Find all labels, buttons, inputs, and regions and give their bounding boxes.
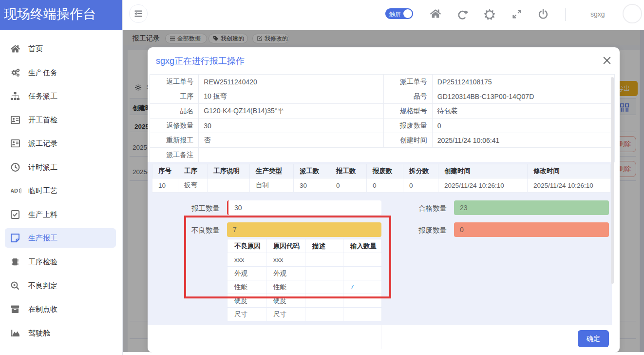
svg-text:AD: AD — [11, 188, 18, 194]
